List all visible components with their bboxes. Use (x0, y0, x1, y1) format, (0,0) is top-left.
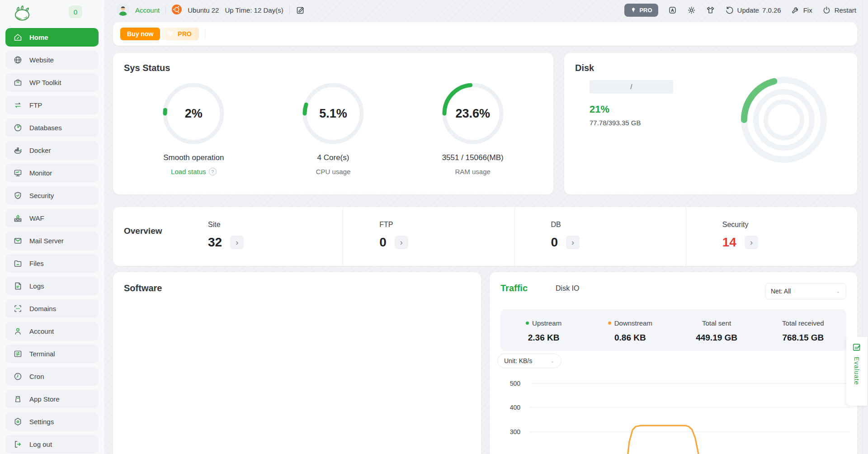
sidebar-item-app-store[interactable]: App Store (5, 390, 99, 408)
sidebar-item-databases[interactable]: Databases (5, 118, 99, 137)
sidebar-item-label: Mail Server (29, 237, 64, 245)
tab-disk-io[interactable]: Disk IO (556, 284, 579, 293)
ytick-500: 500 (500, 380, 520, 387)
ftp-label: FTP (379, 221, 514, 229)
promo-bar: Buy now PRO (113, 22, 857, 46)
sidebar-item-label: WP Toolkit (29, 79, 61, 86)
unit-select[interactable]: Unit: KB/s ⌄ (497, 354, 561, 368)
theme-sun-icon[interactable] (687, 5, 696, 15)
home-icon (13, 33, 23, 42)
total-received-stat: Total received 768.15 GB (760, 309, 846, 351)
disk-card: Disk / 21% 77.78/393.35 GB (564, 53, 857, 194)
sidebar-item-website[interactable]: Website (5, 51, 99, 69)
ram-usage-label: RAM usage (403, 168, 542, 175)
ram-gauge: 23.6% 3551 / 15066(MB) RAM usage (403, 80, 542, 175)
downstream-stat: Downstream 0.86 KB (587, 309, 673, 351)
restart-label: Restart (835, 6, 856, 14)
chevron-down-icon: ⌄ (836, 288, 840, 294)
topbar-right: PRO Update 7.0.26 Fix Restart (624, 4, 856, 17)
sidebar-item-terminal[interactable]: Terminal (5, 345, 99, 363)
security-chevron-button[interactable]: › (745, 236, 758, 249)
envelope-icon (13, 236, 23, 246)
sidebar-item-label: Logs (29, 282, 44, 290)
pro-badge[interactable]: PRO (624, 4, 658, 17)
sidebar-item-security[interactable]: Security (5, 186, 99, 205)
restart-button[interactable]: Restart (822, 5, 856, 15)
traffic-card: Traffic Disk IO Net: All ⌄ Upstream 2.36… (490, 272, 857, 454)
net-select[interactable]: Net: All ⌄ (765, 283, 846, 299)
sidebar-item-logout[interactable]: Log out (5, 435, 99, 454)
divider (289, 6, 290, 14)
language-icon[interactable] (668, 5, 677, 15)
ram-percent: 23.6% (439, 80, 507, 147)
update-button[interactable]: Update 7.0.26 (725, 5, 781, 15)
sidebar-item-label: Terminal (29, 350, 55, 358)
sidebar-item-wp-toolkit[interactable]: WP Toolkit (5, 73, 99, 92)
ram-amount-text: 3551 / 15066(MB) (403, 153, 542, 162)
tab-traffic[interactable]: Traffic (500, 283, 528, 293)
sidebar-item-account[interactable]: Account (5, 322, 99, 340)
aapanel-logo-icon[interactable] (12, 4, 33, 24)
folder-icon (13, 259, 23, 268)
sidebar-item-label: App Store (29, 395, 60, 403)
edit-note-icon[interactable] (296, 5, 305, 15)
sys-status-card: Sys Status 2% Smooth operation Load stat… (113, 53, 553, 194)
ytick-400: 400 (500, 404, 520, 411)
pro-tab[interactable]: PRO (162, 28, 198, 40)
series-downstream (530, 426, 851, 454)
load-status-link[interactable]: Load status? (171, 168, 217, 175)
sidebar-item-ftp[interactable]: FTP (5, 96, 99, 114)
sidebar-header: 0 (0, 0, 104, 25)
disk-usage: 77.78/393.35 GB (590, 119, 673, 127)
overview-site: Site 32› (172, 207, 343, 266)
db-chevron-button[interactable]: › (566, 236, 580, 249)
ftp-count: 0 (379, 235, 387, 250)
disk-info: / 21% 77.78/393.35 GB (590, 80, 673, 127)
total-received-value: 768.15 GB (760, 333, 846, 343)
upstream-dot (526, 322, 529, 325)
sidebar-item-settings[interactable]: Settings (5, 412, 99, 431)
sidebar-item-cron[interactable]: Cron (5, 367, 99, 386)
downstream-dot (608, 322, 611, 325)
sidebar-item-waf[interactable]: WAF (5, 209, 99, 227)
notification-count-badge[interactable]: 0 (69, 5, 82, 18)
sidebar-item-mail-server[interactable]: Mail Server (5, 232, 99, 250)
downstream-value: 0.86 KB (587, 333, 673, 343)
fix-button[interactable]: Fix (791, 5, 812, 15)
site-chevron-button[interactable]: › (230, 236, 244, 249)
sidebar-nav: Home Website WP Toolkit FTP Databases Do… (0, 25, 104, 454)
sidebar-item-files[interactable]: Files (5, 254, 99, 273)
db-label: DB (551, 221, 686, 229)
evaluate-tab[interactable]: Evaluate (846, 337, 867, 406)
sidebar-item-logs[interactable]: Logs (5, 277, 99, 295)
cpu-usage-label: CPU usage (264, 168, 403, 175)
heart-icon (167, 30, 174, 38)
update-label: Update (737, 6, 759, 14)
buy-now-button[interactable]: Buy now (120, 28, 160, 40)
sidebar: 0 Home Website WP Toolkit FTP Databases … (0, 0, 104, 454)
site-label: Site (208, 221, 343, 229)
theme-shirt-icon[interactable] (706, 5, 715, 15)
sidebar-item-docker[interactable]: Docker (5, 141, 99, 160)
traffic-stats-strip: Upstream 2.36 KB Downstream 0.86 KB Tota… (500, 309, 846, 351)
sys-status-title: Sys Status (124, 63, 542, 73)
shield-check-icon (13, 191, 23, 200)
sidebar-item-label: Home (29, 33, 48, 41)
help-icon[interactable]: ? (209, 168, 217, 175)
disk-mount-tab[interactable]: / (590, 80, 673, 94)
sidebar-item-monitor[interactable]: Monitor (5, 164, 99, 182)
firewall-flame-icon (13, 213, 23, 223)
cpu-gauge-ring: 5.1% (299, 80, 367, 147)
sidebar-item-label: Cron (29, 373, 44, 380)
sidebar-item-label: Settings (29, 418, 54, 426)
ftp-chevron-button[interactable]: › (395, 236, 408, 249)
topbar: Account Ubuntu 22 Up Time: 12 Day(s) PRO… (104, 0, 868, 20)
transfer-arrows-icon (13, 100, 23, 110)
sidebar-item-domains[interactable]: Domains (5, 299, 99, 318)
pro-tab-label: PRO (178, 30, 191, 38)
account-link[interactable]: Account (135, 6, 160, 14)
sidebar-item-home[interactable]: Home (5, 28, 99, 47)
user-avatar[interactable] (117, 4, 129, 16)
briefcase-icon (13, 78, 23, 87)
clock-icon (13, 372, 23, 381)
